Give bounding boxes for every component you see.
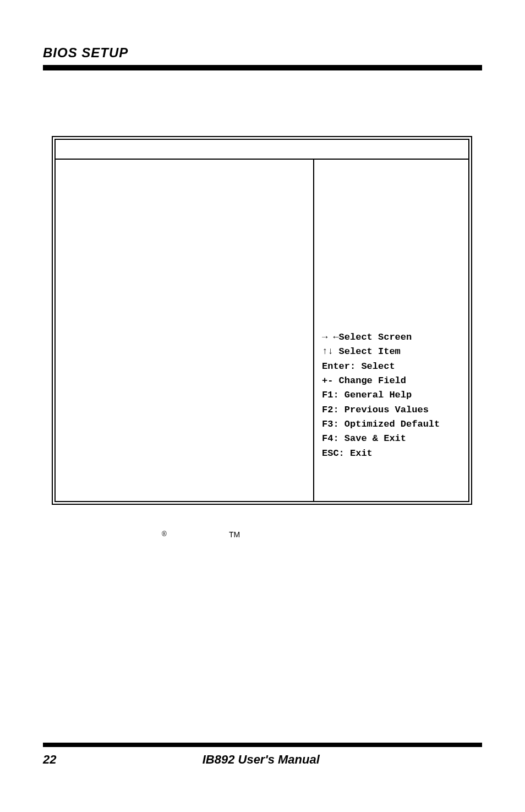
help-optimized-default: F3: Optimized Default: [322, 417, 463, 432]
help-general-help: F1: General Help: [322, 388, 463, 402]
help-select-item: ↑↓ Select Item: [322, 345, 463, 359]
bios-help-panel: → ←Select Screen ↑↓ Select Item Enter: S…: [314, 160, 468, 501]
bios-body: → ←Select Screen ↑↓ Select Item Enter: S…: [56, 160, 468, 501]
footer-line: 22 IB892 User's Manual: [43, 753, 482, 767]
header-rule: [43, 65, 482, 70]
help-enter-select: Enter: Select: [322, 359, 463, 374]
help-previous-values: F2: Previous Values: [322, 403, 463, 417]
registered-mark: ®: [162, 530, 167, 538]
help-change-field: +- Change Field: [322, 374, 463, 388]
page-header-title: BIOS SETUP: [43, 45, 482, 61]
footer-rule: [43, 743, 482, 747]
help-esc-exit: ESC: Exit: [322, 446, 463, 461]
trademark-mark: TM: [229, 530, 240, 539]
page-number: 22: [43, 753, 56, 767]
bios-help-block: → ←Select Screen ↑↓ Select Item Enter: S…: [322, 330, 463, 461]
help-save-exit: F4: Save & Exit: [322, 432, 463, 446]
bios-left-panel: [56, 160, 314, 501]
bios-menu-bar: [56, 140, 468, 160]
help-select-screen: → ←Select Screen: [322, 330, 463, 345]
bios-setup-screen: → ←Select Screen ↑↓ Select Item Enter: S…: [52, 136, 472, 505]
footer-manual-title: IB892 User's Manual: [203, 753, 320, 767]
